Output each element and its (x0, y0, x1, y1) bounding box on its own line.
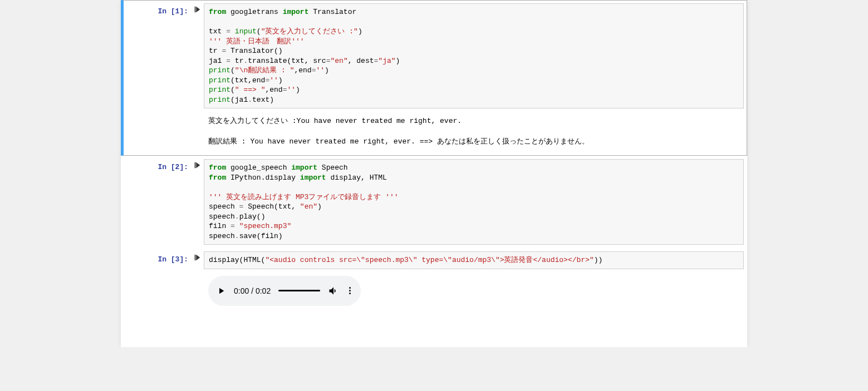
audio-seek-track[interactable] (278, 290, 320, 291)
output-1: 英文を入力してください :You have never treated me r… (204, 108, 744, 152)
run-cell-icon[interactable] (193, 254, 201, 310)
run-area (190, 251, 204, 310)
run-area (190, 3, 204, 152)
in-prompt-3: In [3]: (158, 255, 188, 264)
prompt-area: In [2]: (124, 159, 190, 245)
play-icon[interactable] (216, 286, 226, 296)
output-3: 0:00 / 0:02 (204, 269, 744, 310)
audio-player[interactable]: 0:00 / 0:02 (208, 276, 361, 306)
code-input-1[interactable]: from googletrans import Translator txt =… (204, 3, 744, 108)
run-cell-icon[interactable] (193, 161, 201, 245)
cell-1: In [1]: from googletrans import Translat… (121, 0, 747, 156)
cell-3: In [3]: display(HTML("<audio controls sr… (121, 248, 747, 314)
notebook-container: In [1]: from googletrans import Translat… (121, 0, 747, 347)
run-cell-icon[interactable] (193, 6, 201, 152)
cell-2: In [2]: from google_speech import Speech… (121, 156, 747, 248)
prompt-area: In [1]: (124, 3, 190, 152)
code-input-2[interactable]: from google_speech import Speech from IP… (204, 159, 744, 245)
run-area (190, 159, 204, 245)
content-area: display(HTML("<audio controls src=\"spee… (204, 251, 744, 310)
in-prompt-2: In [2]: (158, 163, 188, 171)
audio-time: 0:00 / 0:02 (234, 286, 271, 295)
kebab-menu-icon[interactable] (347, 287, 353, 294)
content-area: from googletrans import Translator txt =… (204, 3, 744, 152)
prompt-area: In [3]: (124, 251, 190, 310)
in-prompt-1: In [1]: (158, 7, 188, 16)
volume-icon[interactable] (328, 285, 339, 296)
code-input-3[interactable]: display(HTML("<audio controls src=\"spee… (204, 251, 744, 269)
content-area: from google_speech import Speech from IP… (204, 159, 744, 245)
